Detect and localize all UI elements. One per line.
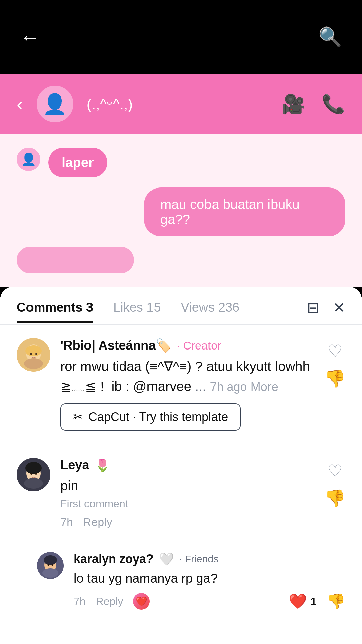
karalyn-like: ❤️ 1 bbox=[289, 593, 317, 610]
svg-point-9 bbox=[30, 473, 32, 475]
creator-comment-text: ror mwu tidaa (≡^∇^≡) ? atuu kkyutt lowh… bbox=[60, 356, 314, 396]
karalyn-reply-body: karalyn zoya? 🤍 · Friends lo tau yg nama… bbox=[74, 552, 345, 610]
creator-badge: · Creator bbox=[177, 339, 221, 352]
back-button[interactable]: ← bbox=[20, 25, 40, 49]
creator-name: 'Rbio| Asteánna🏷️ bbox=[60, 338, 171, 353]
like-icon-leya[interactable]: ♡ bbox=[327, 461, 343, 481]
like-icon-creator[interactable]: ♡ bbox=[327, 341, 343, 361]
creator-comment-actions: ♡ 👎 bbox=[324, 338, 345, 431]
capcut-icon: ✂ bbox=[73, 410, 83, 424]
karalyn-reply-text: lo tau yg namanya rp ga? bbox=[74, 569, 345, 588]
chat-header: ‹ 👤 (.,^ᵕ^.,) 🎥 📞 bbox=[0, 74, 362, 134]
karalyn-like-count: 1 bbox=[310, 595, 317, 608]
karalyn-badge: · Friends bbox=[179, 553, 219, 565]
svg-point-15 bbox=[48, 564, 49, 566]
avatar-person-icon: 👤 bbox=[42, 92, 67, 116]
comment-entry-leya: Leya 🌷 pin First comment 7h Reply ♡ 👎 bbox=[17, 444, 345, 542]
karalyn-header-row: karalyn zoya? 🤍 · Friends bbox=[74, 552, 345, 566]
tab-action-icons: ⊟ ✕ bbox=[307, 299, 345, 324]
tab-views[interactable]: Views 236 bbox=[181, 300, 240, 323]
karalyn-reply-button[interactable]: Reply bbox=[96, 595, 123, 608]
svg-point-11 bbox=[24, 478, 43, 489]
svg-point-3 bbox=[30, 353, 32, 355]
leya-comment-text: pin bbox=[60, 476, 314, 496]
message-partial bbox=[17, 247, 345, 273]
svg-point-4 bbox=[35, 353, 37, 355]
svg-point-16 bbox=[52, 564, 53, 566]
leya-reply-button[interactable]: Reply bbox=[83, 516, 112, 529]
message-bubble-received: laper bbox=[48, 148, 107, 177]
chat-header-icons: 🎥 📞 bbox=[282, 93, 345, 115]
svg-point-8 bbox=[25, 462, 42, 474]
phone-call-icon[interactable]: 📞 bbox=[322, 93, 345, 115]
chat-back-button[interactable]: ‹ bbox=[17, 93, 23, 115]
karalyn-reply-actions: ❤️ 1 👎 bbox=[289, 593, 345, 610]
leya-time: 7h bbox=[60, 516, 73, 529]
tab-comments[interactable]: Comments 3 bbox=[17, 300, 93, 323]
capcut-template-button[interactable]: ✂ CapCut · Try this template bbox=[60, 403, 241, 431]
video-call-icon[interactable]: 🎥 bbox=[282, 93, 305, 115]
chat-messages-area: 👤 laper mau coba buatan ibuku ga?? bbox=[0, 134, 362, 287]
karalyn-like-icon[interactable]: ❤️ bbox=[289, 593, 307, 610]
karalyn-name: karalyn zoya? bbox=[74, 552, 154, 566]
svg-point-14 bbox=[44, 555, 57, 565]
karalyn-time: 7h bbox=[74, 595, 86, 608]
svg-point-10 bbox=[35, 473, 37, 475]
chat-avatar: 👤 bbox=[37, 86, 73, 122]
leya-name: Leya bbox=[60, 458, 89, 472]
leya-comment-meta: 7h Reply bbox=[60, 516, 314, 529]
search-icon[interactable]: 🔍 bbox=[318, 26, 342, 48]
sender-avatar: 👤 bbox=[17, 148, 40, 171]
karalyn-dislike-icon[interactable]: 👎 bbox=[327, 593, 345, 610]
more-button[interactable]: More bbox=[251, 380, 278, 394]
dislike-icon-creator[interactable]: 👎 bbox=[324, 369, 345, 388]
leya-comment-actions: ♡ 👎 bbox=[324, 458, 345, 529]
leya-emoji: 🌷 bbox=[95, 458, 110, 472]
creator-header-row: 'Rbio| Asteánna🏷️ · Creator bbox=[60, 338, 314, 353]
capcut-label: CapCut · Try this template bbox=[88, 410, 228, 424]
message-received-laper: 👤 laper bbox=[17, 148, 345, 177]
karalyn-reply-meta: 7h Reply ❤️ ❤️ 1 👎 bbox=[74, 593, 345, 610]
svg-point-2 bbox=[25, 345, 42, 356]
message-sent: mau coba buatan ibuku ga?? bbox=[17, 187, 345, 236]
dislike-icon-leya[interactable]: 👎 bbox=[324, 489, 345, 508]
reply-entry-karalyn: karalyn zoya? 🤍 · Friends lo tau yg nama… bbox=[17, 542, 345, 620]
svg-point-5 bbox=[24, 358, 43, 369]
tab-likes[interactable]: Likes 15 bbox=[113, 300, 161, 323]
comments-list: 'Rbio| Asteánna🏷️ · Creator ror mwu tida… bbox=[0, 325, 362, 620]
svg-point-17 bbox=[42, 568, 58, 578]
karalyn-avatar bbox=[37, 552, 64, 579]
chat-username: (.,^ᵕ^.,) bbox=[87, 96, 268, 113]
leya-comment-body: Leya 🌷 pin First comment 7h Reply bbox=[60, 458, 314, 529]
first-comment-badge: First comment bbox=[60, 498, 314, 510]
creator-avatar bbox=[17, 338, 50, 372]
creator-comment-body: 'Rbio| Asteánna🏷️ · Creator ror mwu tida… bbox=[60, 338, 314, 431]
sender-person-icon: 👤 bbox=[21, 152, 36, 166]
leya-header-row: Leya 🌷 bbox=[60, 458, 314, 472]
comments-tabs-bar: Comments 3 Likes 15 Views 236 ⊟ ✕ bbox=[0, 287, 362, 325]
filter-icon[interactable]: ⊟ bbox=[307, 299, 319, 316]
top-bar: ← 🔍 bbox=[0, 0, 362, 74]
message-bubble-partial bbox=[17, 247, 134, 273]
leya-avatar bbox=[17, 458, 50, 491]
message-bubble-sent: mau coba buatan ibuku ga?? bbox=[144, 187, 345, 236]
comments-panel: Comments 3 Likes 15 Views 236 ⊟ ✕ bbox=[0, 287, 362, 644]
close-icon[interactable]: ✕ bbox=[333, 299, 345, 316]
karalyn-emoji: 🤍 bbox=[159, 552, 174, 566]
comment-entry-creator: 'Rbio| Asteánna🏷️ · Creator ror mwu tida… bbox=[17, 325, 345, 444]
reply-avatar-thumbnail: ❤️ bbox=[133, 593, 150, 610]
